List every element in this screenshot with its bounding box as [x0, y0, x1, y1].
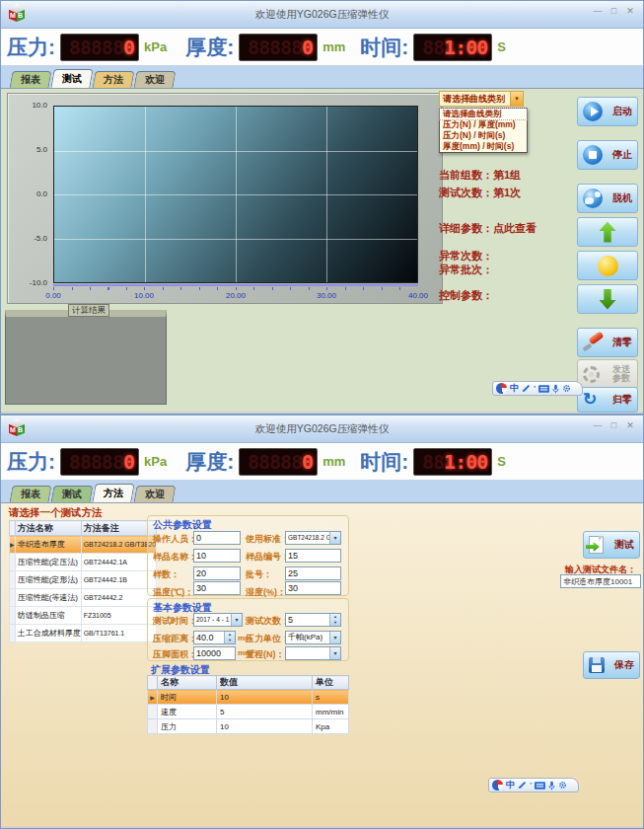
floppy-disk-icon	[589, 657, 605, 673]
spinner-arrows-icon[interactable]	[329, 614, 340, 626]
dropdown-option-pressure-thickness[interactable]: 压力(N) / 厚度(mm)	[440, 119, 527, 130]
test-times-stepper[interactable]: 5	[285, 613, 341, 627]
method-row[interactable]: 压缩性能(定压法) GBT24442.1A	[10, 554, 157, 571]
pen-icon[interactable]	[522, 384, 531, 393]
settings-gear-icon[interactable]	[562, 384, 571, 393]
save-button[interactable]: 保存	[583, 651, 640, 679]
ime-toolbar[interactable]: 中 ’	[488, 778, 579, 792]
ext-row-selected[interactable]: ▶ 时间 10 s	[148, 690, 349, 705]
pressure-unit-select[interactable]: 千帕(kPa)	[285, 631, 341, 644]
dropdown-option-pressure-time[interactable]: 压力(N) / 时间(s)	[440, 130, 527, 141]
stop-button[interactable]: 停止	[577, 140, 638, 170]
minimize-button[interactable]: —	[591, 6, 605, 16]
ime-language-icon[interactable]: 中	[510, 382, 519, 395]
filename-input[interactable]	[560, 574, 641, 588]
tab-test[interactable]: 测试	[50, 69, 93, 88]
chevron-down-icon[interactable]	[510, 92, 523, 106]
tab-welcome[interactable]: 欢迎	[134, 486, 177, 502]
ext-row[interactable]: 速度 5 mm/min	[148, 705, 349, 719]
standard-select[interactable]: GBT24218.2 GB,	[285, 531, 341, 545]
curve-type-select[interactable]: 请选择曲线类别	[439, 91, 524, 107]
thickness-label: 厚度:	[185, 448, 234, 476]
clear-button[interactable]: 清零	[577, 328, 638, 357]
ime-logo-icon[interactable]	[496, 383, 507, 394]
tab-report[interactable]: 报表	[10, 71, 52, 88]
method-remark-cell: GB/T13761.1	[81, 625, 157, 642]
x-tick: 40.00	[401, 291, 435, 300]
method-row-selected[interactable]: ▶ 非织造布厚度 GBT24218.2 GB/T3820	[10, 536, 157, 554]
y-tick: -10.0	[14, 278, 47, 287]
sample-count-field[interactable]	[193, 566, 241, 580]
method-row[interactable]: 压缩性能(等速法) GBT24442.2	[10, 589, 157, 607]
operator-field[interactable]	[193, 531, 241, 545]
chevron-down-icon[interactable]	[329, 632, 340, 643]
sample-no-field[interactable]	[285, 549, 341, 563]
thickness-unit: mm	[322, 454, 345, 469]
indicator-button[interactable]	[577, 251, 638, 280]
dropdown-option-placeholder[interactable]: 请选择曲线类别	[440, 109, 527, 119]
title-bar[interactable]: M B 欢迎使用YG026G压缩弹性仪 — □ ✕	[1, 1, 643, 29]
up-button[interactable]	[577, 217, 638, 247]
chevron-down-icon[interactable]	[329, 532, 340, 544]
test-time-select[interactable]: 2017 - 4 - 1	[193, 613, 243, 627]
microphone-icon[interactable]	[552, 384, 559, 394]
ext-row[interactable]: 压力 10 Kpa	[148, 719, 349, 734]
standard-value: GBT24218.2 GB,	[286, 532, 329, 544]
batch-field[interactable]	[285, 566, 341, 580]
tab-method[interactable]: 方法	[93, 71, 135, 88]
logo-letter-b: B	[18, 12, 23, 19]
minimize-button[interactable]: —	[591, 420, 605, 430]
zero-button[interactable]: ↻ 归零	[577, 387, 638, 413]
dropdown-option-thickness-time[interactable]: 厚度(mm) / 时间(s)	[440, 141, 527, 152]
method-name-cell: 纺缝制品压缩	[15, 607, 81, 625]
microphone-icon[interactable]	[548, 781, 555, 791]
keyboard-icon[interactable]	[535, 782, 545, 790]
ime-toolbar[interactable]: 中 ’	[492, 381, 583, 396]
method-table-header-row: 方法名称 方法备注	[10, 521, 157, 536]
tab-welcome[interactable]: 欢迎	[134, 71, 177, 88]
foot-area-field[interactable]	[193, 646, 236, 660]
send-params-label: 发送参数	[612, 365, 632, 383]
method-row[interactable]: 压缩性能(定形法) GBT24442.1B	[10, 571, 157, 589]
curve-select-value: 请选择曲线类别	[440, 92, 510, 106]
send-params-button[interactable]: 发送参数	[577, 359, 638, 389]
time-label: 时间:	[360, 448, 408, 476]
chevron-down-icon[interactable]	[231, 614, 242, 626]
ime-language-icon[interactable]: 中	[506, 779, 515, 791]
maximize-button[interactable]: □	[607, 420, 620, 430]
sample-name-field[interactable]	[193, 549, 241, 563]
close-button[interactable]: ✕	[623, 6, 637, 16]
tab-test[interactable]: 测试	[51, 486, 94, 502]
keyboard-icon[interactable]	[538, 385, 549, 393]
temperature-field[interactable]	[193, 581, 241, 595]
punctuation-icon[interactable]: ’	[530, 781, 532, 790]
down-button[interactable]	[577, 284, 638, 314]
start-button[interactable]: 启动	[577, 97, 638, 126]
method-row[interactable]: 土工合成材料厚度 GB/T13761.1	[10, 625, 157, 642]
close-button[interactable]: ✕	[623, 420, 637, 430]
settings-gear-icon[interactable]	[558, 781, 567, 790]
range-select[interactable]	[285, 646, 341, 660]
humidity-field[interactable]	[285, 581, 341, 595]
method-name-cell: 非织造布厚度	[15, 536, 81, 554]
detail-params-link[interactable]: 详细参数：点此查看	[439, 221, 537, 236]
offline-button[interactable]: 脱机	[577, 184, 638, 213]
spinner-arrows-icon[interactable]	[224, 632, 235, 643]
tab-method[interactable]: 方法	[92, 484, 134, 502]
pen-icon[interactable]	[518, 781, 527, 790]
run-test-button[interactable]: 测试	[583, 531, 640, 559]
up-arrow-icon	[600, 222, 616, 243]
method-remark-cell: GBT24442.1A	[81, 554, 157, 571]
compress-distance-stepper[interactable]: 40.0	[193, 631, 236, 644]
punctuation-icon[interactable]: ’	[534, 384, 536, 393]
tab-report[interactable]: 报表	[10, 486, 52, 502]
test-times-value: 5	[286, 614, 329, 626]
common-params-caption: 公共参数设置	[148, 516, 348, 532]
chevron-down-icon[interactable]	[329, 647, 340, 659]
method-name-cell: 压缩性能(定压法)	[15, 554, 81, 571]
method-row[interactable]: 纺缝制品压缩 FZ31005	[10, 607, 157, 625]
pressure-unit-label: 压力单位：	[246, 633, 290, 645]
ime-logo-icon[interactable]	[492, 780, 503, 791]
title-bar[interactable]: M B 欢迎使用YG026G压缩弹性仪 — □ ✕	[1, 415, 643, 443]
maximize-button[interactable]: □	[607, 6, 620, 16]
